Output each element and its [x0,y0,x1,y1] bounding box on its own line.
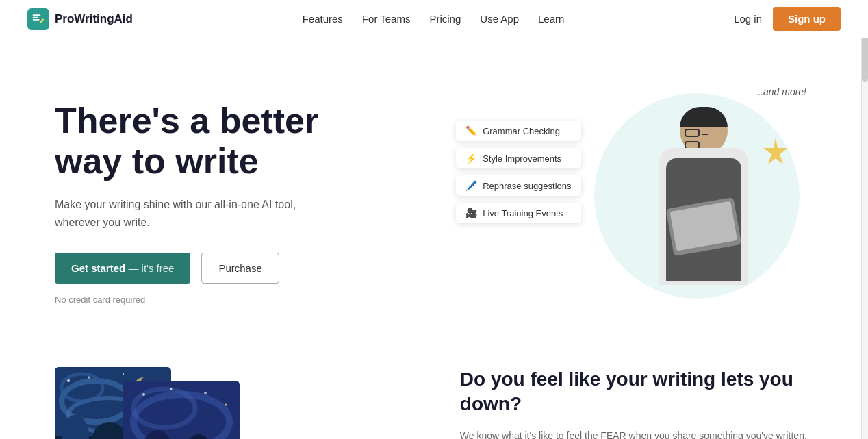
svg-point-9 [88,377,90,379]
training-icon: 🎥 [465,208,477,218]
logo-text: ProWritingAid [55,12,133,26]
svg-point-24 [204,392,207,394]
hero-person-illustration [635,107,772,326]
section-body: We know what it's like to feel the FEAR … [460,428,813,439]
grammar-label: Grammar Checking [483,126,560,136]
star-accent [758,134,793,168]
hero-right: ...and more! ✏️ Grammar Checking ⚡ Style… [449,79,813,326]
scrollbar[interactable] [861,0,868,439]
nav-links: Features For Teams Pricing Use App Learn [303,13,565,25]
svg-point-8 [67,379,70,382]
feature-pill-rephrase: 🖊️ Rephrase suggestions [456,175,580,196]
grammar-icon: ✏️ [465,125,477,136]
nav-actions: Log in Sign up [734,7,841,31]
navbar: ProWritingAid Features For Teams Pricing… [0,0,868,38]
svg-point-25 [225,404,227,406]
feature-pills: ✏️ Grammar Checking ⚡ Style Improvements… [456,121,580,223]
svg-point-23 [170,388,173,390]
feature-pill-training: 🎥 Live Training Events [456,203,580,223]
feature-pill-style: ⚡ Style Improvements [456,148,580,168]
style-label: Style Improvements [483,153,561,164]
get-started-button[interactable]: Get started — it's free [55,253,190,284]
hero-left: There's a better way to write Make your … [55,101,434,305]
section-title: Do you feel like your writing lets you d… [460,367,813,417]
hero-headline: There's a better way to write [55,101,434,183]
hero-buttons: Get started — it's free Purchase [55,253,434,284]
section-text: Do you feel like your writing lets you d… [460,367,813,439]
svg-point-22 [142,393,145,396]
hero-note: No credit card required [55,294,434,305]
hero-section: There's a better way to write Make your … [0,38,868,353]
second-section: My idea in my head Do you feel like your… [0,353,868,439]
image-card-front: My idea in my head [123,381,240,439]
rephrase-icon: 🖊️ [465,180,477,191]
nav-learn[interactable]: Learn [538,13,564,25]
training-label: Live Training Events [483,208,563,218]
logo-icon [27,8,49,30]
nav-use-app[interactable]: Use App [480,13,519,25]
svg-rect-0 [33,14,41,16]
nav-features[interactable]: Features [303,13,343,25]
signup-button[interactable]: Sign up [773,7,841,31]
login-button[interactable]: Log in [734,13,762,25]
svg-point-12 [123,373,124,375]
nav-for-teams[interactable]: For Teams [362,13,411,25]
hero-subtext: Make your writing shine with our all-in-… [55,196,342,231]
svg-rect-1 [33,16,38,18]
svg-marker-3 [763,138,788,164]
svg-rect-2 [33,19,40,21]
feature-pill-grammar: ✏️ Grammar Checking [456,121,580,141]
logo-link[interactable]: ProWritingAid [27,8,133,30]
more-label: ...and more! [755,86,806,97]
style-icon: ⚡ [465,153,477,164]
section-image-area: My idea in my head [55,367,419,439]
purchase-button[interactable]: Purchase [201,253,279,284]
nav-pricing[interactable]: Pricing [429,13,461,25]
rephrase-label: Rephrase suggestions [483,181,571,191]
